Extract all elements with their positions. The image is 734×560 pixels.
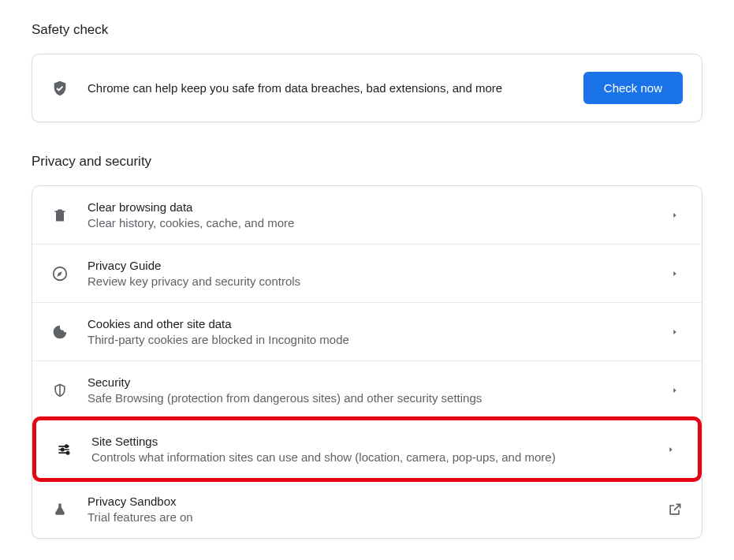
svg-point-3 [66, 451, 69, 454]
security-row[interactable]: Security Safe Browsing (protection from … [32, 360, 702, 419]
shield-icon [51, 382, 69, 399]
cookies-row[interactable]: Cookies and other site data Third-party … [32, 302, 702, 360]
privacy-sandbox-row[interactable]: Privacy Sandbox Trial features are on [32, 480, 702, 538]
chevron-right-icon [667, 207, 683, 223]
privacy-security-heading: Privacy and security [32, 154, 702, 170]
row-desc: Review key privacy and security controls [88, 274, 648, 288]
safety-check-heading: Safety check [32, 22, 702, 38]
svg-point-1 [65, 445, 68, 447]
row-text: Clear browsing data Clear history, cooki… [88, 200, 648, 230]
row-title: Clear browsing data [88, 200, 648, 214]
safety-check-card: Chrome can help keep you safe from data … [32, 54, 702, 122]
compass-icon [51, 265, 69, 282]
row-title: Security [88, 375, 648, 389]
chevron-right-icon [663, 442, 679, 457]
privacy-security-card: Clear browsing data Clear history, cooki… [32, 185, 702, 539]
row-text: Privacy Guide Review key privacy and sec… [88, 259, 648, 288]
site-settings-highlight: Site Settings Controls what information … [32, 416, 702, 482]
cookie-icon [51, 323, 69, 341]
clear-browsing-data-row[interactable]: Clear browsing data Clear history, cooki… [32, 186, 702, 244]
sliders-icon [55, 441, 73, 458]
row-text: Privacy Sandbox Trial features are on [88, 495, 648, 524]
row-desc: Third-party cookies are blocked in Incog… [88, 333, 648, 346]
safety-check-row: Chrome can help keep you safe from data … [32, 54, 702, 121]
svg-point-2 [61, 448, 64, 450]
flask-icon [51, 501, 69, 518]
chevron-right-icon [667, 324, 683, 340]
row-text: Site Settings Controls what information … [91, 435, 644, 464]
site-settings-row[interactable]: Site Settings Controls what information … [36, 420, 698, 478]
chevron-right-icon [667, 383, 683, 398]
row-title: Site Settings [91, 435, 644, 448]
row-desc: Controls what information sites can use … [91, 450, 644, 464]
row-desc: Trial features are on [88, 510, 648, 524]
row-title: Privacy Guide [88, 259, 648, 272]
privacy-guide-row[interactable]: Privacy Guide Review key privacy and sec… [32, 244, 702, 302]
row-title: Cookies and other site data [88, 317, 648, 330]
row-text: Cookies and other site data Third-party … [88, 317, 648, 346]
trash-icon [51, 207, 69, 224]
row-desc: Clear history, cookies, cache, and more [88, 216, 648, 230]
safety-check-text: Chrome can help keep you safe from data … [88, 81, 564, 95]
shield-check-icon [51, 80, 69, 97]
row-desc: Safe Browsing (protection from dangerous… [88, 391, 648, 405]
row-title: Privacy Sandbox [88, 495, 648, 508]
check-now-button[interactable]: Check now [583, 72, 683, 104]
external-link-icon [667, 502, 683, 517]
chevron-right-icon [667, 266, 683, 282]
row-text: Security Safe Browsing (protection from … [88, 375, 648, 405]
